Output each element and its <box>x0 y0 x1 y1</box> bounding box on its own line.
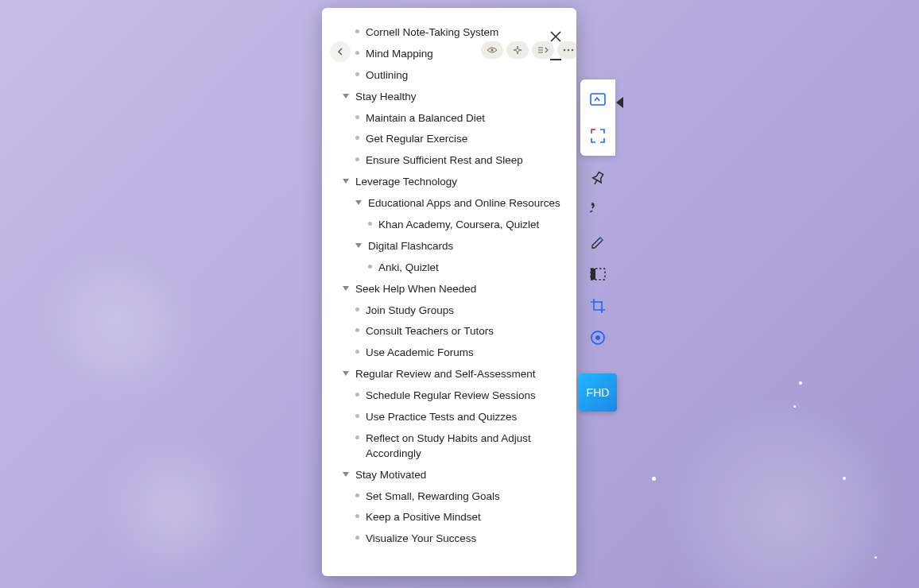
outline-node[interactable]: Stay Motivated <box>336 465 562 486</box>
bullet-marker-icon <box>355 493 359 497</box>
outline-node[interactable]: Use Academic Forums <box>336 342 562 364</box>
bullet-marker-icon <box>355 350 359 354</box>
outline-node-label: Join Study Groups <box>366 304 454 319</box>
crop-icon <box>590 298 606 314</box>
outline-node-label: Khan Academy, Coursera, Quizlet <box>378 218 539 233</box>
bullet-marker-icon <box>355 136 359 140</box>
close-button[interactable] <box>549 30 562 43</box>
outline-node-label: Anki, Quizlet <box>378 261 439 276</box>
bullet-marker-icon <box>355 29 359 33</box>
pencil-icon <box>590 234 606 250</box>
outline-node-label: Mind Mapping <box>366 47 433 62</box>
outline-node-label: Keep a Positive Mindset <box>366 510 481 525</box>
outline-node[interactable]: Visualize Your Success <box>336 528 562 550</box>
outline-node-label: Ensure Sufficient Rest and Sleep <box>366 153 523 168</box>
marquee-button[interactable] <box>586 262 610 286</box>
record-button[interactable] <box>586 326 610 350</box>
outline-node[interactable]: Keep a Positive Mindset <box>336 507 562 528</box>
outline-node-label: Educational Apps and Online Resources <box>368 196 560 211</box>
outline-node[interactable]: Mind Mapping <box>336 44 562 65</box>
bullet-marker-icon <box>355 115 359 119</box>
outline-node[interactable]: Use Practice Tests and Quizzes <box>336 407 562 428</box>
crop-button[interactable] <box>586 294 610 318</box>
outline-node[interactable]: Leverage Technology <box>336 172 562 193</box>
triangle-marker-icon[interactable] <box>343 286 349 291</box>
record-icon <box>590 330 606 346</box>
svg-point-2 <box>568 49 570 52</box>
outline-node[interactable]: Educational Apps and Online Resources <box>336 193 562 215</box>
triangle-marker-icon[interactable] <box>355 200 362 205</box>
side-toolbar: FHD <box>579 79 617 412</box>
bullet-marker-icon <box>355 328 359 332</box>
outline-node[interactable]: Ensure Sufficient Rest and Sleep <box>336 150 562 172</box>
marquee-icon <box>590 268 606 280</box>
bullet-marker-icon <box>355 51 359 55</box>
bullet-marker-icon <box>355 308 359 311</box>
pin-icon <box>590 171 606 187</box>
minimize-button[interactable] <box>550 59 561 60</box>
triangle-marker-icon[interactable] <box>355 243 362 248</box>
triangle-marker-icon[interactable] <box>343 94 349 99</box>
triangle-marker-icon[interactable] <box>343 371 349 376</box>
outline-node[interactable]: Consult Teachers or Tutors <box>336 321 562 342</box>
outline-node-label: Regular Review and Self-Assessment <box>355 367 536 382</box>
fhd-badge[interactable]: FHD <box>579 373 617 412</box>
outline-node[interactable]: Maintain a Balanced Diet <box>336 108 562 130</box>
outline-node-label: Set Small, Rewarding Goals <box>366 489 500 505</box>
triangle-marker-icon[interactable] <box>343 472 349 477</box>
outline-node[interactable]: Cornell Note-Taking System <box>336 22 562 44</box>
bullet-marker-icon <box>355 435 359 439</box>
outline-node[interactable]: Anki, Quizlet <box>336 257 562 279</box>
outline-node-label: Stay Motivated <box>355 468 426 483</box>
outline-node-label: Outlining <box>366 68 408 83</box>
snip-rect-button[interactable] <box>586 87 610 111</box>
side-toolbar-top-group <box>580 79 615 156</box>
snip-rect-icon <box>590 93 606 106</box>
close-icon <box>549 30 562 43</box>
bullet-marker-icon <box>355 514 359 518</box>
edit-button[interactable] <box>586 230 610 254</box>
outline-node[interactable]: Get Regular Exercise <box>336 129 562 150</box>
svg-point-1 <box>564 49 566 52</box>
collapse-toolbar-button[interactable] <box>616 97 623 108</box>
outline-node-label: Consult Teachers or Tutors <box>366 324 494 339</box>
outline-node-label: Seek Help When Needed <box>355 282 476 297</box>
svg-point-8 <box>595 335 600 340</box>
outline-node[interactable]: Regular Review and Self-Assessment <box>336 364 562 385</box>
outline-node-label: Reflect on Study Habits and Adjust Accor… <box>366 431 562 462</box>
svg-rect-6 <box>591 269 595 280</box>
outline-node-label: Get Regular Exercise <box>366 132 467 147</box>
outline-node[interactable]: Set Small, Rewarding Goals <box>336 486 562 508</box>
outline-node-label: Leverage Technology <box>355 175 457 190</box>
bullet-marker-icon <box>355 536 359 540</box>
outline-node-label: Visualize Your Success <box>366 532 476 547</box>
outline-node[interactable]: Khan Academy, Coursera, Quizlet <box>336 215 562 236</box>
fullscreen-button[interactable] <box>586 124 610 148</box>
triangle-marker-icon[interactable] <box>343 179 349 184</box>
outline-node-label: Use Academic Forums <box>366 346 474 361</box>
outline-node[interactable]: Seek Help When Needed <box>336 279 562 300</box>
svg-point-3 <box>572 49 574 52</box>
bullet-marker-icon <box>355 157 359 161</box>
outline-node-label: Maintain a Balanced Diet <box>366 111 485 126</box>
outline-node[interactable]: Digital Flashcards <box>336 236 562 257</box>
outline-node-label: Use Practice Tests and Quizzes <box>366 410 517 425</box>
outline-node-label: Schedule Regular Review Sessions <box>366 389 536 404</box>
outline-node[interactable]: Schedule Regular Review Sessions <box>336 385 562 407</box>
outline-node[interactable]: Stay Healthy <box>336 87 562 108</box>
outline-node[interactable]: Outlining <box>336 65 562 87</box>
outline-node-label: Cornell Note-Taking System <box>366 25 498 41</box>
bullet-marker-icon <box>368 222 372 226</box>
more-icon <box>563 48 574 52</box>
pin-button[interactable] <box>586 167 610 191</box>
outline-node-label: Digital Flashcards <box>368 239 453 254</box>
outline-node[interactable]: Join Study Groups <box>336 300 562 322</box>
undo-icon <box>590 203 606 219</box>
outline-tree[interactable]: Cornell Note-Taking SystemMind MappingOu… <box>336 22 562 562</box>
fhd-badge-label: FHD <box>587 386 610 399</box>
undo-button[interactable] <box>586 199 610 222</box>
outline-node[interactable]: Reflect on Study Habits and Adjust Accor… <box>336 428 562 465</box>
bullet-marker-icon <box>368 265 372 269</box>
bullet-marker-icon <box>355 393 359 397</box>
outline-node-label: Stay Healthy <box>355 90 417 105</box>
